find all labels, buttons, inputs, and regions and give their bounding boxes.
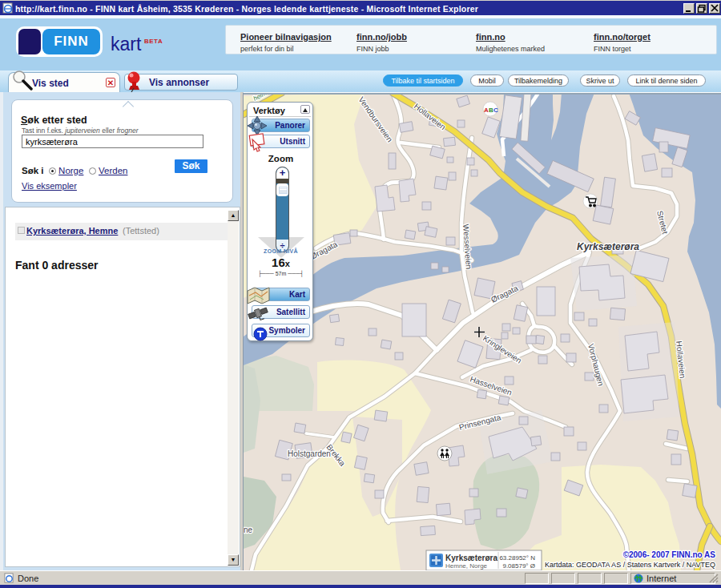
svg-text:C: C — [493, 107, 498, 114]
svg-text:ne: ne — [244, 526, 253, 534]
svg-text:9.08579° Ø: 9.08579° Ø — [502, 562, 535, 570]
svg-text:Holstgarden: Holstgarden — [288, 449, 331, 458]
svg-text:©2006- 2007 FINN.no AS: ©2006- 2007 FINN.no AS — [623, 550, 716, 559]
svg-text:Kyrksæterøra: Kyrksæterøra — [577, 241, 639, 252]
svg-text:Hemne, Norge: Hemne, Norge — [445, 562, 488, 570]
svg-text:Kyrksæterøra: Kyrksæterøra — [445, 554, 497, 562]
svg-text:Kartdata: GEODATA AS / Statens: Kartdata: GEODATA AS / Statens Kartverk … — [545, 561, 715, 569]
svg-text:63.28952° N: 63.28952° N — [499, 554, 535, 562]
